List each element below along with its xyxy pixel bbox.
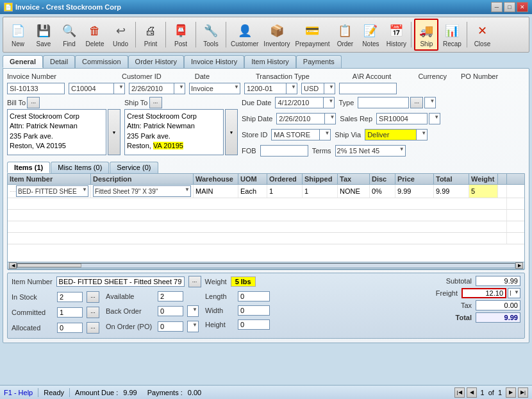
- new-button[interactable]: 📄 New: [6, 19, 30, 51]
- tab-general[interactable]: General: [3, 55, 43, 68]
- table-row[interactable]: ···· BED- FITTED SHEE Fitted Sheet 79" X…: [8, 185, 524, 198]
- invoice-number-input[interactable]: [7, 83, 65, 94]
- scroll-track[interactable]: [17, 263, 515, 268]
- inventory-button[interactable]: 📦 Inventory: [262, 19, 292, 51]
- committed-dots-button[interactable]: ···: [87, 307, 99, 318]
- close-button[interactable]: ✕ Close: [470, 19, 494, 51]
- item-number-dots-button[interactable]: ···: [188, 276, 201, 287]
- sales-rep-select[interactable]: [429, 113, 440, 124]
- window-close-button[interactable]: ✕: [517, 2, 528, 12]
- save-button[interactable]: 💾 Save: [31, 19, 56, 51]
- type-input[interactable]: [358, 97, 409, 108]
- description-select[interactable]: Fitted Sheet 79" X 39": [93, 185, 191, 197]
- width-input[interactable]: [238, 305, 270, 316]
- height-input[interactable]: [238, 319, 270, 330]
- width-row: Width: [205, 305, 270, 316]
- delete-icon: 🗑: [86, 22, 104, 40]
- date-select[interactable]: [174, 83, 185, 94]
- ar-account-input[interactable]: [244, 83, 286, 94]
- total-value[interactable]: [476, 312, 520, 323]
- order-button[interactable]: 📋 Order: [333, 19, 357, 51]
- freight-ni-select[interactable]: Ni: [508, 288, 520, 298]
- col-tax: Tax: [338, 174, 370, 184]
- tab-detail[interactable]: Detail: [43, 55, 75, 68]
- minimize-button[interactable]: ─: [491, 2, 503, 12]
- length-input[interactable]: [238, 291, 270, 301]
- customer-button[interactable]: 👤 Customer: [229, 19, 260, 51]
- post-button[interactable]: 📮 Post: [169, 19, 193, 51]
- tab-service[interactable]: Service (0): [110, 162, 158, 173]
- ship-to-scroll-button[interactable]: ▼: [225, 109, 238, 155]
- on-order-input[interactable]: [158, 321, 183, 332]
- item-number-select[interactable]: BED- FITTED SHEE: [16, 185, 88, 197]
- transaction-type-select[interactable]: Invoice: [189, 83, 240, 94]
- grid-header: Item Number Description Warehouse UOM Or…: [8, 174, 524, 185]
- available-input[interactable]: [158, 291, 183, 301]
- last-page-button[interactable]: ▶|: [518, 387, 528, 398]
- subtotal-value[interactable]: [476, 276, 520, 286]
- tab-items[interactable]: Items (1): [7, 162, 50, 173]
- tab-misc-items[interactable]: Misc Items (0): [51, 162, 109, 173]
- ship-date-input[interactable]: [276, 113, 324, 124]
- find-button[interactable]: 🔍 Find: [57, 19, 81, 51]
- first-page-button[interactable]: |◀: [454, 387, 465, 398]
- type-dots-button[interactable]: ···: [410, 97, 423, 108]
- transaction-type-label: Transaction Type: [256, 72, 310, 80]
- back-order-select[interactable]: [187, 305, 199, 317]
- recap-button[interactable]: 📊 Recap: [440, 19, 464, 51]
- allocated-input[interactable]: [57, 323, 83, 333]
- in-stock-input[interactable]: [57, 292, 83, 302]
- maximize-button[interactable]: □: [504, 2, 515, 12]
- committed-input[interactable]: [57, 307, 83, 318]
- due-date-select[interactable]: [323, 97, 335, 108]
- undo-button[interactable]: ↩ Undo: [108, 19, 133, 51]
- tax-value[interactable]: [476, 300, 520, 310]
- tab-commission[interactable]: Commission: [75, 55, 128, 68]
- terms-select[interactable]: 2% 15 Net 45: [335, 145, 406, 157]
- sales-rep-input[interactable]: [376, 113, 428, 124]
- print-button[interactable]: 🖨 Print: [138, 19, 163, 51]
- history-button[interactable]: 📅 History: [384, 19, 408, 51]
- ship-via-select[interactable]: [416, 129, 428, 140]
- ar-account-select[interactable]: [286, 83, 297, 94]
- ship-via-input[interactable]: [365, 129, 416, 140]
- tab-invoice-history[interactable]: Invoice History: [184, 55, 244, 68]
- store-id-select[interactable]: [319, 129, 331, 140]
- in-stock-dots-button[interactable]: ···: [87, 291, 99, 303]
- horizontal-scrollbar[interactable]: ◀ ▶: [8, 262, 524, 269]
- tools-button[interactable]: 🔧 Tools: [199, 19, 223, 51]
- scroll-thumb[interactable]: [17, 264, 81, 267]
- scroll-right-button[interactable]: ▶: [515, 262, 523, 269]
- ship-button[interactable]: 🚚 Ship: [414, 19, 438, 51]
- ship-date-label: Ship Date: [242, 115, 272, 123]
- on-order-select[interactable]: [187, 321, 199, 332]
- allocated-dots-button[interactable]: ···: [87, 322, 99, 334]
- prev-page-button[interactable]: ◀: [467, 387, 477, 398]
- notes-button[interactable]: 📝 Notes: [358, 19, 383, 51]
- currency-select[interactable]: [324, 83, 335, 94]
- next-page-button[interactable]: ▶: [506, 387, 516, 398]
- tab-payments[interactable]: Payments: [296, 55, 342, 68]
- type-select[interactable]: [424, 97, 436, 108]
- bill-to-dots-button[interactable]: ···: [27, 97, 40, 108]
- scroll-left-button[interactable]: ◀: [9, 262, 17, 269]
- delete-button[interactable]: 🗑 Delete: [83, 19, 107, 51]
- back-order-input[interactable]: [158, 306, 183, 316]
- fob-input[interactable]: [260, 145, 308, 157]
- tab-order-history[interactable]: Order History: [128, 55, 184, 68]
- ship-to-dots-button[interactable]: ···: [149, 97, 162, 108]
- customer-id-input[interactable]: [69, 83, 113, 94]
- currency-input[interactable]: [301, 83, 324, 94]
- customer-id-select[interactable]: [113, 83, 125, 94]
- tab-item-history[interactable]: Item History: [244, 55, 296, 68]
- item-number-bottom-input[interactable]: [56, 276, 185, 287]
- freight-value[interactable]: [461, 288, 506, 298]
- store-id-input[interactable]: [271, 129, 319, 140]
- due-date-input[interactable]: [275, 97, 323, 108]
- prepayment-button[interactable]: 💳 Prepayment: [294, 19, 332, 51]
- po-number-input[interactable]: [339, 83, 397, 94]
- ship-date-select[interactable]: [324, 113, 336, 124]
- help-link[interactable]: F1 - Help: [4, 389, 33, 396]
- date-input[interactable]: [129, 83, 174, 94]
- bill-to-scroll-button[interactable]: ▼: [108, 109, 121, 155]
